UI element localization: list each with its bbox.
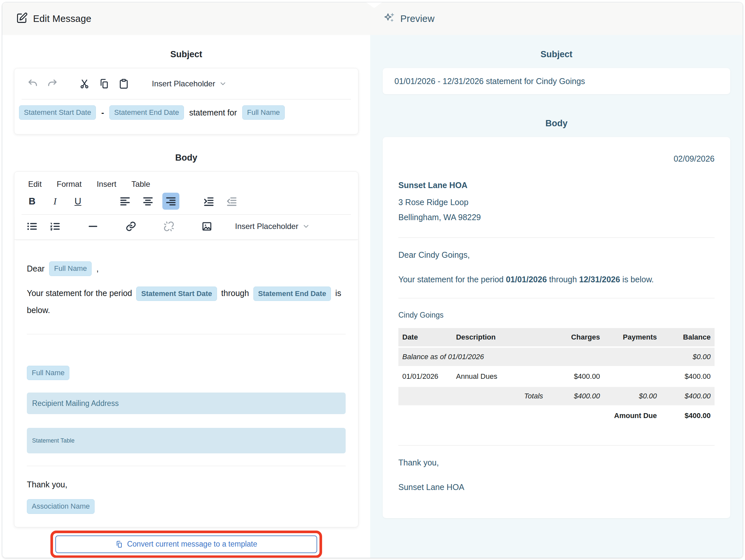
unlink-icon	[163, 221, 174, 232]
indent-decrease-button[interactable]	[223, 193, 240, 210]
align-center-icon	[142, 196, 154, 207]
statement-paragraph: Your statement for the period Statement …	[27, 285, 346, 319]
underline-button[interactable]: U	[69, 193, 87, 210]
editor-menubar: Edit Format Insert Table	[14, 172, 358, 189]
bold-button[interactable]: B	[24, 193, 41, 210]
sparkles-icon	[383, 12, 396, 26]
paragraph-text: Your statement for the period	[398, 275, 504, 284]
hoa-address-line2: Bellingham, WA 98229	[398, 210, 715, 225]
opening-balance-label: Balance as of 01/01/2026	[398, 347, 661, 367]
greeting-line: Dear Full Name ,	[27, 261, 346, 276]
placeholder-block-recipient-mailing-address[interactable]: Recipient Mailing Address	[27, 392, 346, 414]
preview-body-card: 02/09/2026 Sunset Lane HOA 3 Rose Ridge …	[383, 137, 730, 518]
insert-link-button[interactable]	[122, 218, 139, 235]
cut-button[interactable]	[76, 75, 93, 92]
placeholder-chip-statement-start-date[interactable]: Statement Start Date	[136, 286, 217, 301]
indent-increase-button[interactable]	[200, 193, 217, 210]
opening-balance-value: $0.00	[661, 347, 715, 367]
placeholder-chip-full-name[interactable]: Full Name	[27, 366, 69, 380]
preview-pane-title: Preview	[400, 13, 435, 24]
body-insert-placeholder-dropdown[interactable]: Insert Placeholder	[235, 222, 310, 231]
col-header-payments: Payments	[604, 328, 661, 347]
scissors-icon	[79, 78, 90, 89]
horizontal-rule	[27, 334, 346, 334]
placeholder-chip-statement-start-date[interactable]: Statement Start Date	[19, 105, 96, 120]
totals-charges: $400.00	[547, 386, 604, 406]
closing-text: Thank you,	[27, 480, 346, 489]
subject-section-label: Subject	[2, 49, 370, 60]
numbered-list-button[interactable]	[46, 218, 64, 235]
preview-body-label: Body	[370, 118, 743, 129]
horizontal-rule-icon	[87, 221, 99, 232]
subject-static-text: statement for	[189, 108, 237, 117]
bullet-list-icon	[27, 221, 38, 232]
placeholder-chip-full-name[interactable]: Full Name	[49, 261, 92, 276]
paragraph-text: through	[221, 288, 249, 298]
menu-format[interactable]: Format	[57, 180, 82, 189]
align-left-button[interactable]	[117, 193, 134, 210]
table-row-totals: Totals $400.00 $0.00 $400.00	[398, 386, 715, 406]
preview-statement-paragraph: Your statement for the period 01/01/2026…	[398, 274, 715, 286]
charge-date: 01/01/2026	[398, 367, 452, 386]
top-notch	[366, 2, 382, 8]
menu-table[interactable]: Table	[131, 180, 150, 189]
undo-button[interactable]	[24, 75, 41, 92]
hoa-name: Sunset Lane HOA	[398, 181, 715, 190]
copy-button[interactable]	[96, 75, 112, 92]
redo-button[interactable]	[44, 75, 61, 92]
undo-icon	[27, 78, 38, 89]
statement-table: Date Description Charges Payments Balanc…	[398, 328, 715, 426]
page-title: Edit Message	[33, 13, 91, 24]
amount-due-label: Amount Due	[398, 406, 661, 426]
preview-closing: Thank you,	[398, 458, 715, 467]
col-header-balance: Balance	[661, 328, 715, 347]
highlight-annotation-ring: Convert current message to a template	[51, 531, 322, 558]
horizontal-rule	[398, 445, 715, 446]
paragraph-text: is below.	[622, 275, 654, 284]
italic-button[interactable]: I	[46, 193, 64, 210]
placeholder-block-statement-table[interactable]: Statement Table	[27, 428, 346, 453]
link-icon	[125, 221, 136, 232]
placeholder-chip-full-name[interactable]: Full Name	[242, 105, 285, 120]
edit-icon	[16, 12, 28, 25]
paste-button[interactable]	[115, 75, 132, 92]
preview-header: Preview	[370, 2, 743, 35]
table-row-charge: 01/01/2026 Annual Dues $400.00 $400.00	[398, 367, 715, 386]
placeholder-chip-statement-end-date[interactable]: Statement End Date	[109, 105, 184, 120]
convert-to-template-button[interactable]: Convert current message to a template	[55, 535, 317, 553]
placeholder-chip-statement-end-date[interactable]: Statement End Date	[253, 286, 331, 301]
charge-description: Annual Dues	[452, 367, 547, 386]
placeholder-chip-association-name[interactable]: Association Name	[27, 499, 95, 514]
menu-insert[interactable]: Insert	[97, 180, 116, 189]
horizontal-rule	[27, 466, 346, 466]
subject-toolbar: Insert Placeholder	[14, 68, 358, 99]
message-editor-window: Edit Message Preview Subject	[2, 2, 743, 558]
align-center-button[interactable]	[139, 193, 157, 210]
unlink-button[interactable]	[160, 218, 177, 235]
subject-input-area[interactable]: Statement Start Date - Statement End Dat…	[14, 99, 358, 134]
amount-due-value: $400.00	[661, 406, 715, 426]
col-header-charges: Charges	[547, 328, 604, 347]
insert-image-button[interactable]	[198, 218, 215, 235]
totals-label: Totals	[452, 386, 547, 406]
end-date-value: 12/31/2026	[579, 275, 620, 284]
indent-decrease-icon	[226, 196, 237, 207]
preview-subject-card: 01/01/2026 - 12/31/2026 statement for Ci…	[383, 68, 730, 94]
table-header-row: Date Description Charges Payments Balanc…	[398, 328, 715, 347]
paragraph-text: Your statement for the period	[27, 288, 132, 298]
menu-edit[interactable]: Edit	[28, 180, 41, 189]
copy-icon	[99, 78, 110, 89]
totals-payments: $0.00	[604, 386, 661, 406]
body-editor-content[interactable]: Dear Full Name , Your statement for the …	[14, 240, 358, 527]
bullet-list-button[interactable]	[24, 218, 41, 235]
insert-placeholder-label: Insert Placeholder	[152, 79, 215, 88]
subject-insert-placeholder-dropdown[interactable]: Insert Placeholder	[152, 79, 227, 88]
paste-icon	[118, 78, 129, 89]
duplicate-icon	[115, 540, 123, 548]
statement-date: 02/09/2026	[398, 154, 715, 164]
redo-icon	[47, 78, 58, 89]
greeting-suffix: ,	[96, 262, 99, 275]
chevron-down-icon	[302, 222, 310, 230]
align-right-button[interactable]	[162, 193, 180, 210]
horizontal-rule-button[interactable]	[85, 218, 101, 235]
